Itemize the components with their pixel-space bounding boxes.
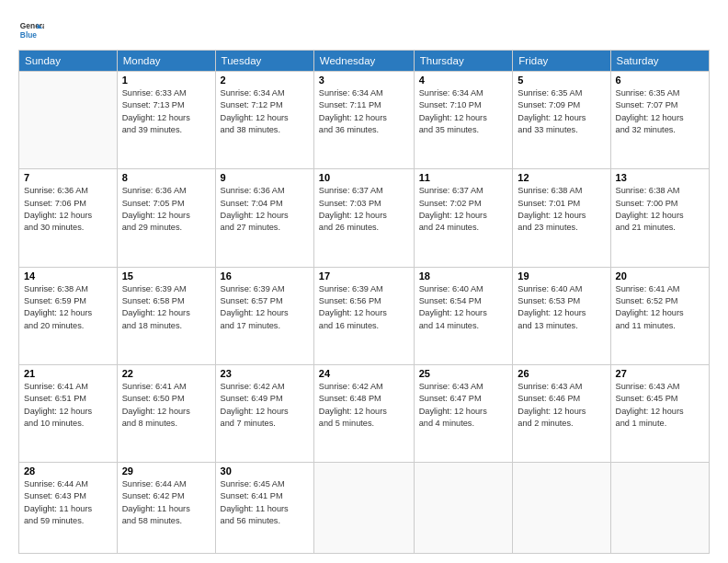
calendar-cell: 1Sunrise: 6:33 AMSunset: 7:13 PMDaylight… [117, 72, 215, 169]
day-info: Sunrise: 6:34 AMSunset: 7:10 PMDaylight:… [419, 87, 508, 136]
svg-text:General: General [20, 21, 44, 30]
day-info: Sunrise: 6:43 AMSunset: 6:46 PMDaylight:… [518, 381, 605, 430]
day-number: 30 [221, 465, 309, 477]
calendar-cell: 23Sunrise: 6:42 AMSunset: 6:49 PMDayligh… [215, 364, 313, 462]
day-info: Sunrise: 6:37 AMSunset: 7:03 PMDaylight:… [319, 185, 409, 234]
day-info: Sunrise: 6:44 AMSunset: 6:43 PMDaylight:… [24, 478, 112, 527]
calendar-cell [414, 463, 513, 554]
weekday-header: Wednesday [313, 51, 414, 72]
day-number: 20 [616, 270, 704, 282]
day-info: Sunrise: 6:36 AMSunset: 7:05 PMDaylight:… [122, 185, 210, 234]
weekday-header: Sunday [19, 51, 118, 72]
day-info: Sunrise: 6:42 AMSunset: 6:48 PMDaylight:… [319, 381, 409, 430]
day-info: Sunrise: 6:40 AMSunset: 6:53 PMDaylight:… [518, 283, 605, 332]
day-info: Sunrise: 6:41 AMSunset: 6:50 PMDaylight:… [122, 381, 210, 430]
calendar-cell: 22Sunrise: 6:41 AMSunset: 6:50 PMDayligh… [117, 364, 215, 462]
calendar-cell: 18Sunrise: 6:40 AMSunset: 6:54 PMDayligh… [414, 267, 513, 364]
day-number: 23 [221, 368, 309, 379]
calendar-cell: 30Sunrise: 6:45 AMSunset: 6:41 PMDayligh… [215, 463, 313, 554]
day-number: 5 [518, 75, 605, 86]
day-number: 21 [24, 368, 112, 379]
day-number: 17 [319, 270, 409, 282]
calendar-cell: 19Sunrise: 6:40 AMSunset: 6:53 PMDayligh… [513, 267, 610, 364]
day-number: 8 [122, 172, 210, 183]
day-number: 1 [122, 75, 210, 86]
weekday-header: Monday [117, 51, 215, 72]
day-info: Sunrise: 6:37 AMSunset: 7:02 PMDaylight:… [419, 185, 508, 234]
day-number: 28 [24, 465, 112, 477]
calendar-cell: 17Sunrise: 6:39 AMSunset: 6:56 PMDayligh… [313, 267, 414, 364]
calendar-cell: 27Sunrise: 6:43 AMSunset: 6:45 PMDayligh… [610, 364, 709, 462]
day-number: 22 [122, 368, 210, 379]
day-info: Sunrise: 6:42 AMSunset: 6:49 PMDaylight:… [221, 381, 309, 430]
calendar-cell: 6Sunrise: 6:35 AMSunset: 7:07 PMDaylight… [610, 72, 709, 169]
calendar-cell: 4Sunrise: 6:34 AMSunset: 7:10 PMDaylight… [414, 72, 513, 169]
day-info: Sunrise: 6:41 AMSunset: 6:52 PMDaylight:… [616, 283, 704, 332]
calendar-cell [610, 463, 709, 554]
calendar-cell: 14Sunrise: 6:38 AMSunset: 6:59 PMDayligh… [19, 267, 118, 364]
day-number: 3 [319, 75, 409, 86]
logo-icon: General Blue [18, 17, 44, 42]
day-info: Sunrise: 6:39 AMSunset: 6:58 PMDaylight:… [122, 283, 210, 332]
day-info: Sunrise: 6:43 AMSunset: 6:47 PMDaylight:… [419, 381, 508, 430]
day-number: 19 [518, 270, 605, 282]
calendar-cell: 2Sunrise: 6:34 AMSunset: 7:12 PMDaylight… [215, 72, 313, 169]
calendar-cell: 16Sunrise: 6:39 AMSunset: 6:57 PMDayligh… [215, 267, 313, 364]
day-info: Sunrise: 6:34 AMSunset: 7:11 PMDaylight:… [319, 87, 409, 136]
day-number: 16 [221, 270, 309, 282]
weekday-header: Tuesday [215, 51, 313, 72]
calendar-cell: 9Sunrise: 6:36 AMSunset: 7:04 PMDaylight… [215, 169, 313, 267]
day-number: 25 [419, 368, 508, 379]
day-number: 14 [24, 270, 112, 282]
day-info: Sunrise: 6:34 AMSunset: 7:12 PMDaylight:… [221, 87, 309, 136]
day-info: Sunrise: 6:40 AMSunset: 6:54 PMDaylight:… [419, 283, 508, 332]
calendar-cell [313, 463, 414, 554]
day-info: Sunrise: 6:38 AMSunset: 7:00 PMDaylight:… [616, 185, 704, 234]
calendar-cell: 10Sunrise: 6:37 AMSunset: 7:03 PMDayligh… [313, 169, 414, 267]
calendar-cell: 8Sunrise: 6:36 AMSunset: 7:05 PMDaylight… [117, 169, 215, 267]
calendar-cell: 11Sunrise: 6:37 AMSunset: 7:02 PMDayligh… [414, 169, 513, 267]
page: General Blue SundayMondayTuesdayWednesda… [0, 0, 728, 563]
day-info: Sunrise: 6:38 AMSunset: 7:01 PMDaylight:… [518, 185, 605, 234]
calendar-cell [513, 463, 610, 554]
day-number: 27 [616, 368, 704, 379]
day-info: Sunrise: 6:39 AMSunset: 6:56 PMDaylight:… [319, 283, 409, 332]
svg-text:Blue: Blue [20, 30, 37, 40]
calendar-cell: 12Sunrise: 6:38 AMSunset: 7:01 PMDayligh… [513, 169, 610, 267]
calendar-cell: 29Sunrise: 6:44 AMSunset: 6:42 PMDayligh… [117, 463, 215, 554]
calendar-cell: 13Sunrise: 6:38 AMSunset: 7:00 PMDayligh… [610, 169, 709, 267]
day-number: 15 [122, 270, 210, 282]
weekday-header: Thursday [414, 51, 513, 72]
calendar-cell [19, 72, 118, 169]
day-number: 6 [616, 75, 704, 86]
day-number: 10 [319, 172, 409, 183]
day-info: Sunrise: 6:35 AMSunset: 7:09 PMDaylight:… [518, 87, 605, 136]
header: General Blue [18, 17, 710, 42]
calendar-cell: 28Sunrise: 6:44 AMSunset: 6:43 PMDayligh… [19, 463, 118, 554]
day-number: 29 [122, 465, 210, 477]
weekday-header: Friday [513, 51, 610, 72]
calendar-cell: 20Sunrise: 6:41 AMSunset: 6:52 PMDayligh… [610, 267, 709, 364]
day-info: Sunrise: 6:38 AMSunset: 6:59 PMDaylight:… [24, 283, 112, 332]
day-number: 24 [319, 368, 409, 379]
day-number: 11 [419, 172, 508, 183]
calendar-table: SundayMondayTuesdayWednesdayThursdayFrid… [18, 50, 710, 554]
day-info: Sunrise: 6:39 AMSunset: 6:57 PMDaylight:… [221, 283, 309, 332]
day-info: Sunrise: 6:33 AMSunset: 7:13 PMDaylight:… [122, 87, 210, 136]
day-number: 7 [24, 172, 112, 183]
day-info: Sunrise: 6:45 AMSunset: 6:41 PMDaylight:… [221, 478, 309, 527]
day-info: Sunrise: 6:35 AMSunset: 7:07 PMDaylight:… [616, 87, 704, 136]
weekday-header: Saturday [610, 51, 709, 72]
calendar-cell: 15Sunrise: 6:39 AMSunset: 6:58 PMDayligh… [117, 267, 215, 364]
day-number: 26 [518, 368, 605, 379]
day-number: 2 [221, 75, 309, 86]
day-info: Sunrise: 6:36 AMSunset: 7:06 PMDaylight:… [24, 185, 112, 234]
calendar-cell: 21Sunrise: 6:41 AMSunset: 6:51 PMDayligh… [19, 364, 118, 462]
day-info: Sunrise: 6:44 AMSunset: 6:42 PMDaylight:… [122, 478, 210, 527]
day-number: 9 [221, 172, 309, 183]
day-info: Sunrise: 6:36 AMSunset: 7:04 PMDaylight:… [221, 185, 309, 234]
calendar-cell: 5Sunrise: 6:35 AMSunset: 7:09 PMDaylight… [513, 72, 610, 169]
calendar-cell: 24Sunrise: 6:42 AMSunset: 6:48 PMDayligh… [313, 364, 414, 462]
day-number: 12 [518, 172, 605, 183]
day-number: 18 [419, 270, 508, 282]
